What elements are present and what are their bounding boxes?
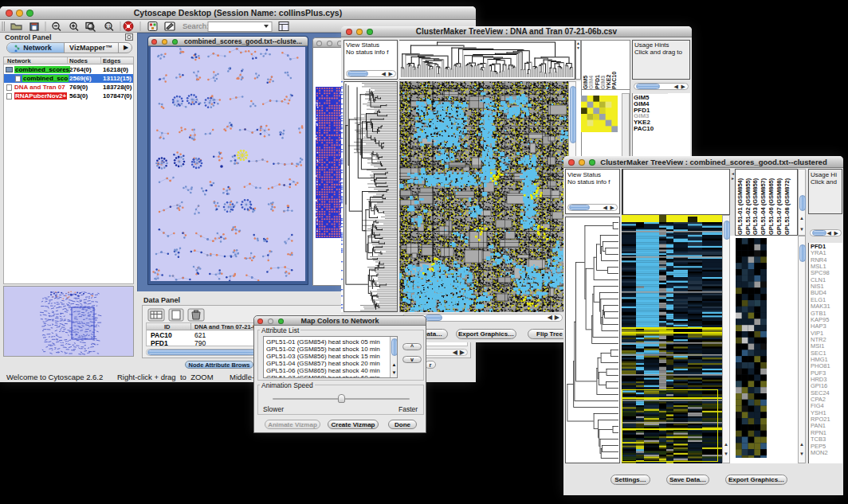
svg-text:GIM4: GIM4 <box>588 76 594 89</box>
svg-text:GIM3: GIM3 <box>600 76 606 89</box>
svg-text:GIM5: GIM5 <box>583 76 588 89</box>
svg-text:GPL51-01 (GSM854): GPL51-01 (GSM854) <box>736 178 744 235</box>
svg-text:Search:: Search: <box>183 21 209 30</box>
svg-text:PAC10: PAC10 <box>611 72 617 89</box>
svg-text:GPL51-04 (GSM857): GPL51-04 (GSM857) <box>760 178 767 235</box>
svg-text:GPL51-07 (GSM868): GPL51-07 (GSM868) <box>775 178 783 235</box>
svg-text:GPL51-08 (GSM872): GPL51-08 (GSM872) <box>783 178 791 235</box>
svg-text:GPL51-06 (GSM865): GPL51-06 (GSM865) <box>768 178 775 235</box>
svg-text:1:1: 1:1 <box>106 25 112 29</box>
svg-text:GPL51-03 (GSM856): GPL51-03 (GSM856) <box>752 178 759 235</box>
svg-text:GPL51-02 (GSM855): GPL51-02 (GSM855) <box>744 178 752 235</box>
svg-text:PFD1: PFD1 <box>595 75 600 89</box>
svg-text:YKE2: YKE2 <box>606 75 611 89</box>
